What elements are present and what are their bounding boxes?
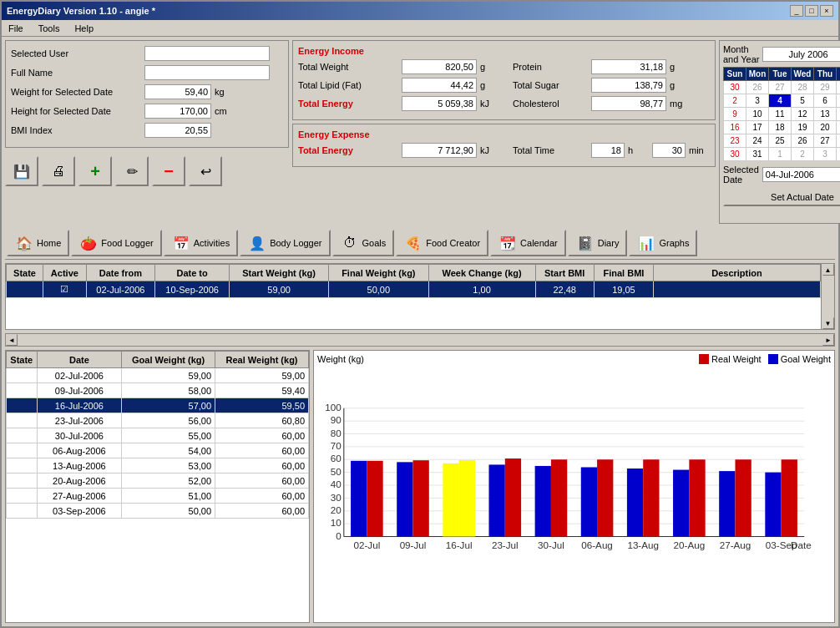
food-logger-icon: 🍅 [79,234,98,252]
cal-day[interactable]: 21 [837,121,841,134]
maximize-button[interactable]: □ [805,5,818,17]
cal-day[interactable]: 19 [792,121,814,134]
tab-home[interactable]: 🏠 Home [7,230,69,256]
menu-tools[interactable]: Tools [35,23,63,34]
tab-activities[interactable]: 📅 Activities [164,230,238,256]
cal-day[interactable]: 17 [746,121,769,134]
cal-day[interactable]: 29 [814,81,837,94]
height-input[interactable] [144,104,211,119]
goals-table-row[interactable]: 20-Aug-200652,0060,00 [7,474,309,489]
edit-button[interactable]: ✏ [115,156,149,186]
cal-day[interactable]: 2 [792,148,814,161]
cal-day[interactable]: 3 [814,148,837,161]
cal-day[interactable]: 28 [792,81,814,94]
add-button[interactable]: + [78,156,112,186]
protein-value[interactable] [591,59,666,74]
full-name-input[interactable] [144,65,270,80]
cal-day[interactable]: 11 [769,108,792,121]
tab-goals[interactable]: ⏱ Goals [332,230,395,256]
cholesterol-value[interactable] [591,96,666,111]
svg-text:90: 90 [331,414,342,425]
total-sugar-unit: g [670,80,691,90]
cal-day[interactable]: 1 [769,148,792,161]
cal-day[interactable]: 2 [724,94,746,108]
print-button[interactable]: 🖨 [42,156,75,186]
chart-panel: Weight (kg) Real Weight Goal Weight [313,350,835,623]
delete-button[interactable]: − [152,156,185,186]
cal-day[interactable]: 10 [746,108,769,121]
total-lipid-value[interactable] [402,78,477,93]
cal-day[interactable]: 24 [746,134,769,148]
selected-date-input[interactable] [762,167,840,182]
tab-food-logger[interactable]: 🍅 Food Logger [71,230,161,256]
set-actual-date-button[interactable]: Set Actual Date [723,188,840,206]
close-button[interactable]: × [820,5,833,17]
cal-day[interactable]: 9 [724,108,746,121]
cal-day[interactable]: 30 [724,148,746,161]
menu-file[interactable]: File [5,23,27,34]
goals-table-row[interactable]: 09-Jul-200658,0059,40 [7,383,309,398]
goals-table-row[interactable]: 30-Jul-200655,0060,00 [7,428,309,443]
expense-total-energy-value[interactable] [402,143,477,158]
vscroll-up-button[interactable]: ▲ [822,264,834,276]
goals-table-row[interactable]: 27-Aug-200651,0060,00 [7,489,309,504]
total-time-min-value[interactable] [652,143,686,158]
cal-day[interactable]: 28 [837,134,841,148]
minimize-button[interactable]: _ [790,5,803,17]
vscroll-down-button[interactable]: ▼ [822,317,834,329]
weight-input[interactable] [144,84,211,99]
cal-day[interactable]: 27 [769,81,792,94]
goals-table-row[interactable]: 06-Aug-200654,0060,00 [7,443,309,458]
cal-day[interactable]: 20 [814,121,837,134]
tab-diary[interactable]: 📓 Diary [568,230,628,256]
goals-cell-state [7,504,38,519]
cal-day[interactable]: 4 [837,148,841,161]
cal-day[interactable]: 30 [724,81,746,94]
undo-button[interactable]: ↩ [189,156,222,186]
cal-day[interactable]: 4 [769,94,792,108]
cal-day[interactable]: 3 [746,94,769,108]
cal-day[interactable]: 30 [837,81,841,94]
tab-body-logger[interactable]: 👤 Body Logger [240,230,330,256]
cal-day[interactable]: 14 [837,108,841,121]
table-row[interactable]: ☑ 02-Jul-2006 10-Sep-2006 59,00 50,00 1,… [7,281,821,298]
menu-help[interactable]: Help [71,23,97,34]
goals-cell-date: 27-Aug-2006 [37,489,122,504]
total-weight-value[interactable] [402,59,477,74]
cal-day[interactable]: 6 [814,94,837,108]
total-sugar-value[interactable] [591,78,666,93]
tab-calendar[interactable]: 📆 Calendar [490,230,566,256]
energy-expense-panel: Energy Expense Total Energy kJ Total Tim… [292,124,716,167]
bmi-input[interactable] [144,123,211,138]
calendar-header: Month and Year ▲ ▼ [723,44,840,64]
tab-graphs[interactable]: 📊 Graphs [629,230,697,256]
cal-day[interactable]: 18 [769,121,792,134]
goals-table-row[interactable]: 16-Jul-200657,0059,50 [7,398,309,413]
goals-table-row[interactable]: 02-Jul-200659,0059,00 [7,368,309,383]
goals-table-row[interactable]: 23-Jul-200656,0060,80 [7,413,309,428]
goals-table-row[interactable]: 13-Aug-200653,0060,00 [7,458,309,474]
cal-day[interactable]: 27 [814,134,837,148]
svg-text:23-Jul: 23-Jul [492,539,519,550]
hscroll-left-button[interactable]: ◄ [6,334,18,346]
svg-text:02-Jul: 02-Jul [354,539,381,550]
tab-food-creator[interactable]: 🍕 Food Creator [396,230,488,256]
cal-day[interactable]: 23 [724,134,746,148]
cal-day[interactable]: 25 [769,134,792,148]
goals-table-row[interactable]: 03-Sep-200650,0060,00 [7,504,309,519]
income-total-energy-value[interactable] [402,96,477,111]
cal-day[interactable]: 16 [724,121,746,134]
cal-day[interactable]: 26 [792,134,814,148]
selected-user-input[interactable] [144,46,270,61]
cal-day[interactable]: 12 [792,108,814,121]
goals-cell-real-weight: 60,80 [215,413,309,428]
total-time-h-value[interactable] [591,143,625,158]
hscroll-right-button[interactable]: ► [822,334,834,346]
month-year-input[interactable] [762,47,840,62]
save-button[interactable]: 💾 [5,156,38,186]
cal-day[interactable]: 26 [746,81,769,94]
cal-day[interactable]: 5 [792,94,814,108]
cal-day[interactable]: 31 [746,148,769,161]
cal-day[interactable]: 13 [814,108,837,121]
cal-day[interactable]: 7 [837,94,841,108]
